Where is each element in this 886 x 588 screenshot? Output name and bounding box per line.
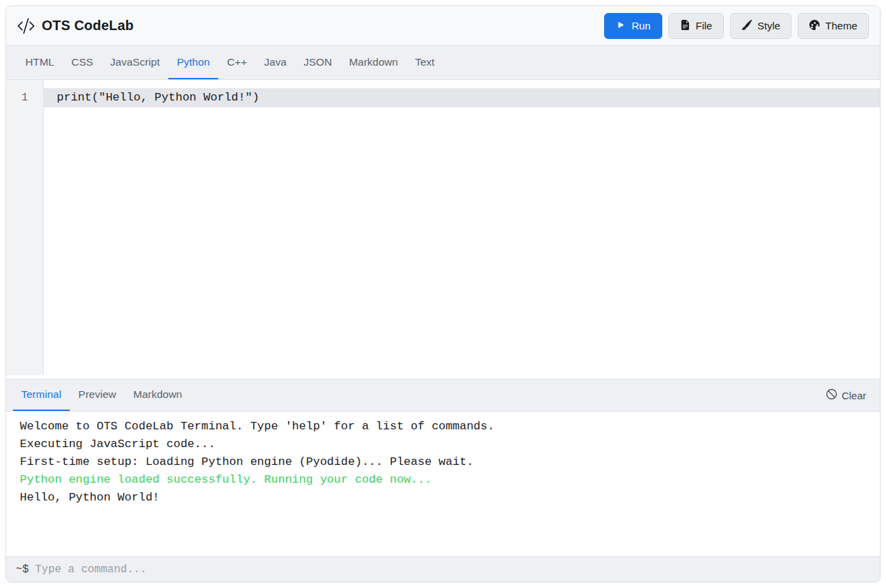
line-number-gutter: 1: [6, 80, 44, 375]
theme-button[interactable]: Theme: [798, 13, 869, 39]
terminal-prompt: ~$: [16, 563, 29, 576]
terminal-line: Hello, Python World!: [20, 489, 866, 507]
terminal-line-success: Python engine loaded successfully. Runni…: [20, 471, 866, 489]
palette-icon: [809, 20, 820, 32]
output-panel-header: Terminal Preview Markdown Clear: [6, 379, 880, 412]
code-area[interactable]: print("Hello, Python World!"): [44, 80, 880, 375]
app-window: OTS CodeLab Run File: [5, 5, 881, 583]
tab-json[interactable]: JSON: [296, 46, 340, 79]
terminal-input-bar: ~$: [6, 557, 880, 582]
tab-cpp[interactable]: C++: [219, 46, 255, 79]
terminal-line: First-time setup: Loading Python engine …: [20, 453, 866, 471]
tab-markdown[interactable]: Markdown: [341, 46, 406, 79]
clear-button-label: Clear: [842, 390, 866, 401]
terminal-line: Welcome to OTS CodeLab Terminal. Type 'h…: [20, 418, 866, 436]
slash-circle-icon: [826, 388, 837, 402]
terminal-output[interactable]: Welcome to OTS CodeLab Terminal. Type 'h…: [6, 412, 880, 557]
tab-html[interactable]: HTML: [17, 46, 62, 79]
terminal-line: Executing JavaScript code...: [20, 436, 866, 453]
file-icon: [680, 20, 690, 32]
code-line[interactable]: print("Hello, Python World!"): [44, 88, 880, 107]
theme-button-label: Theme: [825, 20, 857, 31]
code-slash-icon: [17, 17, 35, 35]
language-tab-bar: HTML CSS JavaScript Python C++ Java JSON…: [6, 46, 880, 80]
command-input[interactable]: [35, 563, 870, 576]
tab-terminal[interactable]: Terminal: [13, 379, 70, 411]
tab-python[interactable]: Python: [168, 46, 218, 79]
header: OTS CodeLab Run File: [6, 6, 880, 46]
play-icon: [616, 20, 626, 32]
toolbar: Run File Style: [604, 13, 869, 39]
file-button[interactable]: File: [668, 13, 724, 39]
run-button[interactable]: Run: [604, 13, 662, 39]
file-button-label: File: [696, 20, 712, 31]
tab-javascript[interactable]: JavaScript: [102, 46, 168, 79]
clear-button[interactable]: Clear: [812, 379, 880, 411]
brush-icon: [742, 20, 752, 32]
tab-output-markdown[interactable]: Markdown: [125, 379, 191, 411]
line-number: 1: [6, 88, 43, 107]
run-button-label: Run: [631, 20, 651, 31]
tab-css[interactable]: CSS: [63, 46, 101, 79]
page-title: OTS CodeLab: [42, 18, 133, 34]
tab-text[interactable]: Text: [407, 46, 443, 79]
style-button[interactable]: Style: [730, 13, 792, 39]
code-editor[interactable]: 1 print("Hello, Python World!"): [6, 80, 880, 375]
tab-java[interactable]: Java: [256, 46, 295, 79]
style-button-label: Style: [757, 20, 780, 31]
tab-preview[interactable]: Preview: [70, 379, 125, 411]
